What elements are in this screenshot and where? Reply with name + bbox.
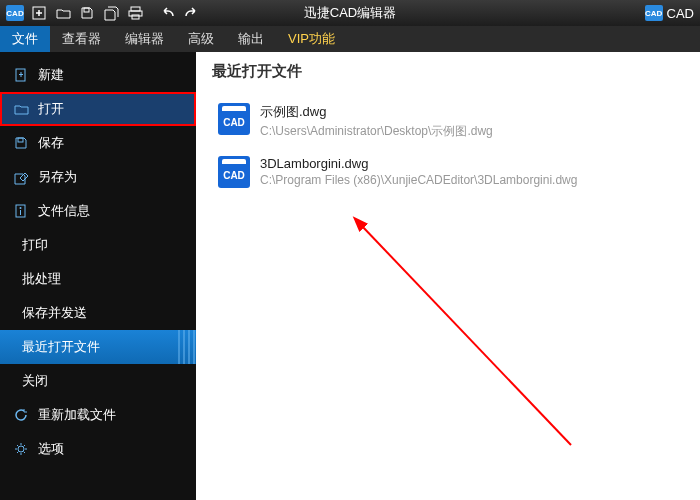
sidebar-item-label: 重新加载文件 <box>38 406 116 424</box>
save-all-icon[interactable] <box>100 2 122 24</box>
tab-vip[interactable]: VIP功能 <box>276 26 347 52</box>
new-icon <box>12 66 30 84</box>
sidebar-item-label: 另存为 <box>38 168 77 186</box>
undo-icon[interactable] <box>156 2 178 24</box>
svg-rect-1 <box>84 8 89 12</box>
sidebar-options[interactable]: 选项 <box>0 432 196 466</box>
file-name: 示例图.dwg <box>260 103 493 121</box>
info-icon <box>12 202 30 220</box>
file-path: C:\Program Files (x86)\XunjieCADEditor\3… <box>260 173 577 187</box>
menubar: 文件查看器编辑器高级输出VIP功能 <box>0 26 700 52</box>
svg-point-8 <box>20 207 22 209</box>
file-name: 3DLamborgini.dwg <box>260 156 577 171</box>
tab-editor[interactable]: 编辑器 <box>113 26 176 52</box>
svg-point-9 <box>18 446 24 452</box>
sidebar-item-label: 最近打开文件 <box>22 338 100 356</box>
sidebar-save-as[interactable]: 另存为 <box>0 160 196 194</box>
sidebar-item-label: 打开 <box>38 100 64 118</box>
cad-brand-icon: CAD <box>645 5 663 21</box>
tab-advanced[interactable]: 高级 <box>176 26 226 52</box>
title-toolbar: CAD 迅捷CAD编辑器 CAD CAD <box>0 0 700 26</box>
gear-icon <box>12 440 30 458</box>
redo-icon[interactable] <box>180 2 202 24</box>
file-path: C:\Users\Administrator\Desktop\示例图.dwg <box>260 123 493 140</box>
sidebar-item-label: 关闭 <box>22 372 48 390</box>
sidebar-save[interactable]: 保存 <box>0 126 196 160</box>
new-file-icon[interactable] <box>28 2 50 24</box>
sidebar-item-label: 保存并发送 <box>22 304 87 322</box>
sidebar-save-send[interactable]: 保存并发送 <box>0 296 196 330</box>
sidebar-file-info[interactable]: 文件信息 <box>0 194 196 228</box>
brand-right: CAD CAD <box>645 0 700 26</box>
sidebar-item-label: 选项 <box>38 440 64 458</box>
open-icon <box>12 100 30 118</box>
sidebar-print[interactable]: 打印 <box>0 228 196 262</box>
sidebar-recent[interactable]: 最近打开文件 <box>0 330 196 364</box>
sidebar-item-label: 打印 <box>22 236 48 254</box>
save-icon <box>12 134 30 152</box>
cad-file-icon: CAD <box>218 103 250 135</box>
annotation-arrow <box>351 215 581 455</box>
brand-text: CAD <box>667 6 694 21</box>
tab-file[interactable]: 文件 <box>0 26 50 52</box>
sidebar-reload[interactable]: 重新加载文件 <box>0 398 196 432</box>
sidebar-close[interactable]: 关闭 <box>0 364 196 398</box>
svg-rect-6 <box>18 138 23 142</box>
recent-file-item[interactable]: CAD示例图.dwgC:\Users\Administrator\Desktop… <box>212 95 684 148</box>
tab-output[interactable]: 输出 <box>226 26 276 52</box>
file-menu-sidebar: 新建打开保存另存为文件信息打印批处理保存并发送最近打开文件关闭重新加载文件选项 <box>0 52 196 500</box>
sidebar-item-label: 新建 <box>38 66 64 84</box>
svg-line-10 <box>361 225 571 445</box>
recent-files-title: 最近打开文件 <box>212 62 684 81</box>
sidebar-new[interactable]: 新建 <box>0 58 196 92</box>
sidebar-item-label: 文件信息 <box>38 202 90 220</box>
cad-mark: CAD <box>6 5 24 21</box>
app-title: 迅捷CAD编辑器 <box>304 4 396 22</box>
recent-files-panel: 最近打开文件 CAD示例图.dwgC:\Users\Administrator\… <box>196 52 700 500</box>
reload-icon <box>12 406 30 424</box>
save-as-icon <box>12 168 30 186</box>
recent-file-item[interactable]: CAD3DLamborgini.dwgC:\Program Files (x86… <box>212 148 684 196</box>
sidebar-item-label: 保存 <box>38 134 64 152</box>
tab-viewer[interactable]: 查看器 <box>50 26 113 52</box>
svg-rect-2 <box>131 7 140 11</box>
cad-file-icon: CAD <box>218 156 250 188</box>
save-icon[interactable] <box>76 2 98 24</box>
print-icon[interactable] <box>124 2 146 24</box>
sidebar-open[interactable]: 打开 <box>0 92 196 126</box>
app-logo-icon[interactable]: CAD <box>4 2 26 24</box>
sidebar-batch[interactable]: 批处理 <box>0 262 196 296</box>
sidebar-item-label: 批处理 <box>22 270 61 288</box>
open-folder-icon[interactable] <box>52 2 74 24</box>
